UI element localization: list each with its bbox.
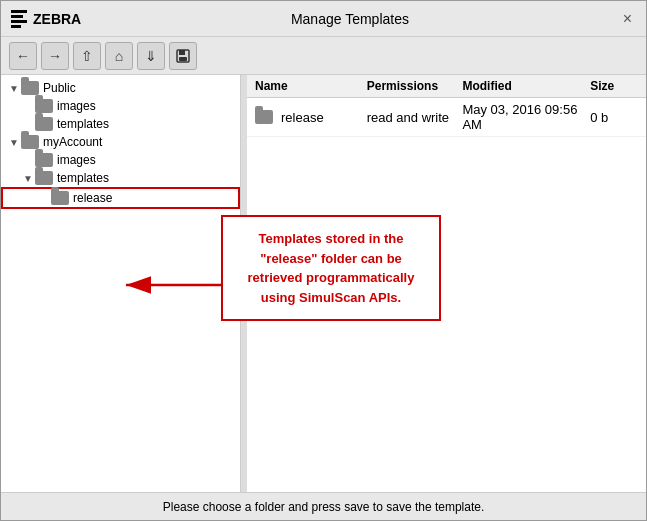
- file-list-panel: Name Permissions Modified Size release r…: [247, 75, 646, 492]
- tree-label-pub-templates: templates: [57, 117, 109, 131]
- svg-rect-1: [179, 50, 185, 55]
- file-list-row[interactable]: release read and write May 03, 2016 09:5…: [247, 98, 646, 137]
- expand-icon-myacc-templates: ▼: [23, 173, 33, 184]
- col-header-modified: Modified: [462, 79, 590, 93]
- col-header-size: Size: [590, 79, 638, 93]
- file-row-permissions: read and write: [367, 110, 463, 125]
- tree-label-public: Public: [43, 81, 76, 95]
- file-row-modified: May 03, 2016 09:56 AM: [462, 102, 590, 132]
- save-button[interactable]: [169, 42, 197, 70]
- close-button[interactable]: ×: [619, 10, 636, 28]
- status-text: Please choose a folder and press save to…: [163, 500, 485, 514]
- file-row-size: 0 b: [590, 110, 638, 125]
- expand-icon-myaccount: ▼: [9, 137, 19, 148]
- folder-icon-public: [21, 81, 39, 95]
- col-header-name: Name: [255, 79, 367, 93]
- up-button[interactable]: ⇧: [73, 42, 101, 70]
- stripe-2: [11, 15, 23, 18]
- file-list-header: Name Permissions Modified Size: [247, 75, 646, 98]
- file-tree-panel: ▼ Public images templates ▼ myAccount: [1, 75, 241, 492]
- tree-label-myacc-templates: templates: [57, 171, 109, 185]
- folder-icon-pub-templates: [35, 117, 53, 131]
- manage-templates-window: ZEBRA Manage Templates × ← → ⇧ ⌂ ⇓ ▼ Pub…: [0, 0, 647, 521]
- folder-icon-myaccount: [21, 135, 39, 149]
- stripe-1: [11, 10, 27, 13]
- toolbar: ← → ⇧ ⌂ ⇓: [1, 37, 646, 75]
- status-bar: Please choose a folder and press save to…: [1, 492, 646, 520]
- tree-label-pub-images: images: [57, 99, 96, 113]
- folder-icon-myacc-templates: [35, 171, 53, 185]
- expand-icon-public: ▼: [9, 83, 19, 94]
- download-button[interactable]: ⇓: [137, 42, 165, 70]
- svg-rect-2: [179, 57, 187, 61]
- forward-button[interactable]: →: [41, 42, 69, 70]
- tree-item-release[interactable]: release: [1, 187, 240, 209]
- home-button[interactable]: ⌂: [105, 42, 133, 70]
- title-bar: ZEBRA Manage Templates ×: [1, 1, 646, 37]
- tree-label-myaccount: myAccount: [43, 135, 102, 149]
- zebra-brand-label: ZEBRA: [33, 11, 81, 27]
- stripe-3: [11, 20, 27, 23]
- stripe-4: [11, 25, 21, 28]
- col-header-permissions: Permissions: [367, 79, 463, 93]
- folder-icon-release-row: [255, 110, 273, 124]
- zebra-logo-stripes: [11, 10, 27, 28]
- tree-item-myaccount-templates[interactable]: ▼ templates: [1, 169, 240, 187]
- back-button[interactable]: ←: [9, 42, 37, 70]
- folder-icon-release: [51, 191, 69, 205]
- folder-icon-pub-images: [35, 99, 53, 113]
- file-row-name: release: [255, 110, 367, 125]
- tree-label-release: release: [73, 191, 112, 205]
- main-content: ▼ Public images templates ▼ myAccount: [1, 75, 646, 492]
- logo-area: ZEBRA: [11, 10, 81, 28]
- tree-item-public-templates[interactable]: templates: [1, 115, 240, 133]
- tree-label-myacc-images: images: [57, 153, 96, 167]
- folder-icon-myacc-images: [35, 153, 53, 167]
- window-title: Manage Templates: [291, 11, 409, 27]
